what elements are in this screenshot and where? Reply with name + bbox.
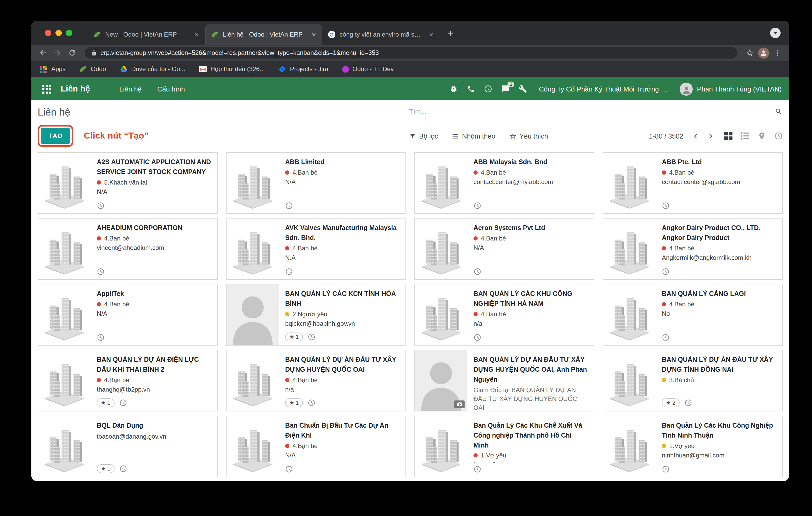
contact-card[interactable]: ABB Limited 4.Bạn bè N/A bbox=[226, 152, 406, 214]
schedule-activity-icon[interactable] bbox=[285, 202, 293, 210]
contact-info: A2S AUTOMATIC APPLICATION AND SERVICE JO… bbox=[90, 153, 217, 213]
contact-card[interactable]: BAN QUẢN LÝ DỰ ÁN ĐẦU TƯ XÂY DỰNG HUYỆN … bbox=[226, 350, 406, 412]
bookmark-gmail[interactable]: Hộp thư đến (326... bbox=[199, 65, 265, 73]
priority-badge[interactable]: ★ 1 bbox=[97, 464, 115, 473]
contact-card[interactable]: BQL Dân Dụng toasoan@danang.gov.vn ★ 1 bbox=[38, 416, 218, 477]
activity-clock-icon bbox=[774, 132, 783, 140]
contact-card[interactable]: AHEADIUM CORPORATION 4.Bạn bè vincent@ah… bbox=[38, 218, 218, 280]
contact-card[interactable]: ABB Malaysia Sdn. Bnd 4.Bạn bè contact.c… bbox=[414, 152, 594, 214]
contact-card[interactable]: A2S AUTOMATIC APPLICATION AND SERVICE JO… bbox=[38, 152, 218, 214]
contact-card-footer: ★ 1 bbox=[285, 330, 400, 341]
developer-tools-button[interactable] bbox=[519, 85, 527, 93]
close-tab-icon[interactable]: × bbox=[311, 30, 317, 39]
activities-button[interactable] bbox=[484, 85, 492, 93]
contact-card[interactable]: Ban Chuẩn Bị Đầu Tư Các Dự Án Điện Khí 4… bbox=[226, 416, 406, 477]
forward-button[interactable] bbox=[51, 47, 64, 59]
schedule-activity-icon[interactable] bbox=[473, 465, 481, 473]
tab-search-button[interactable] bbox=[770, 28, 781, 38]
contact-card[interactable]: AppliTek 4.Bạn bè N/A bbox=[38, 284, 218, 345]
pager-next-icon[interactable] bbox=[707, 132, 715, 140]
address-bar[interactable]: erp.vietan-group.vn/web#action=526&model… bbox=[85, 47, 737, 59]
contact-card[interactable]: BAN QUẢN LÝ DỰ ÁN ĐẦU TƯ XÂY DỰNG TỈNH Đ… bbox=[603, 350, 783, 412]
schedule-activity-icon[interactable] bbox=[662, 202, 670, 210]
contact-card[interactable]: BAN QUẢN LÝ CẢNG LAGI 4.Bạn bè No bbox=[603, 284, 783, 345]
contact-card[interactable]: ABB Pte. Ltd 4.Bạn bè contact.center@sg.… bbox=[603, 152, 783, 214]
activity-view-button[interactable] bbox=[774, 132, 783, 140]
contact-role: Giám Đốc tại BAN QUẢN LÝ DỰ ÁN ĐẦU TƯ XÂ… bbox=[473, 386, 588, 413]
schedule-activity-icon[interactable] bbox=[308, 399, 316, 407]
close-tab-icon[interactable]: × bbox=[194, 30, 200, 39]
create-button[interactable]: TẠO bbox=[41, 128, 70, 144]
contact-card[interactable]: AVK Valves Manufacturing Malaysia Sdn. B… bbox=[226, 218, 406, 280]
contact-card-footer bbox=[473, 199, 588, 210]
new-tab-button[interactable]: + bbox=[443, 26, 458, 42]
menu-cau-hinh[interactable]: Cấu hình bbox=[157, 85, 185, 93]
browser-tab-lien-he[interactable]: Liên hệ - Odoo | VietAn ERP × bbox=[205, 24, 322, 45]
schedule-activity-icon[interactable] bbox=[662, 334, 670, 341]
contact-card[interactable]: Angkor Dairy Product CO., LTD. Angkor Da… bbox=[603, 218, 783, 280]
contact-card[interactable]: BAN QUẢN LÝ CÁC KCN TỈNH HÒA BÌNH 2.Ngườ… bbox=[226, 284, 406, 345]
schedule-activity-icon[interactable] bbox=[308, 333, 316, 341]
schedule-activity-icon[interactable] bbox=[119, 399, 127, 407]
macos-zoom-button[interactable] bbox=[66, 30, 72, 36]
user-menu[interactable]: Phan Thanh Tùng (VIETAN) bbox=[679, 82, 782, 95]
contact-card[interactable]: BAN QUẢN LÝ CÁC KHU CÔNG NGHIỆP TỈNH HÀ … bbox=[414, 284, 594, 345]
contact-card[interactable]: Aeron Systems Pvt Ltd 4.Bạn bè N/A bbox=[414, 218, 594, 280]
bookmark-star-icon[interactable] bbox=[744, 47, 756, 59]
company-switcher[interactable]: Công Ty Cổ Phần Kỹ Thuật Môi Trường Vi..… bbox=[539, 85, 671, 93]
schedule-activity-icon[interactable] bbox=[473, 334, 481, 341]
map-view-button[interactable] bbox=[758, 132, 766, 140]
schedule-activity-icon[interactable] bbox=[662, 268, 670, 275]
list-icon bbox=[741, 132, 749, 140]
phone-button[interactable] bbox=[467, 85, 475, 93]
bookmark-odoo[interactable]: Odoo bbox=[79, 65, 106, 73]
search-bar[interactable] bbox=[409, 108, 783, 118]
priority-badge[interactable]: ★ 1 bbox=[285, 333, 303, 341]
schedule-activity-icon[interactable] bbox=[684, 399, 692, 407]
messages-button[interactable]: 1 bbox=[501, 85, 510, 93]
refresh-button[interactable] bbox=[66, 47, 79, 59]
list-view-button[interactable] bbox=[741, 132, 749, 140]
close-tab-icon[interactable]: × bbox=[428, 30, 434, 39]
search-icon[interactable] bbox=[775, 108, 783, 116]
macos-minimize-button[interactable] bbox=[55, 30, 62, 36]
bookmark-odoo-tt-dev[interactable]: Odoo - TT Dev bbox=[342, 65, 394, 73]
schedule-activity-icon[interactable] bbox=[473, 202, 481, 210]
contact-name: BAN QUẢN LÝ CÁC KCN TỈNH HÒA BÌNH bbox=[285, 289, 400, 309]
schedule-activity-icon[interactable] bbox=[662, 465, 670, 473]
schedule-activity-icon[interactable] bbox=[97, 268, 105, 275]
schedule-activity-icon[interactable] bbox=[119, 465, 127, 473]
bookmark-drive[interactable]: Drive của tôi - Go... bbox=[120, 65, 185, 73]
browser-tab-search[interactable]: G công ty việt an enviro mã số th × bbox=[322, 24, 439, 45]
priority-badge[interactable]: ★ 1 bbox=[285, 398, 303, 407]
search-input[interactable] bbox=[409, 108, 775, 116]
contact-card[interactable]: BAN QUẢN LÝ DỰ ÁN ĐẦU TƯ XÂY DỰNG HUYỆN … bbox=[414, 350, 594, 412]
bookmark-apps[interactable]: Apps bbox=[40, 65, 66, 73]
schedule-activity-icon[interactable] bbox=[97, 334, 105, 341]
browser-profile-avatar[interactable] bbox=[758, 47, 769, 58]
contact-card[interactable]: Ban Quản Lý Các Khu Chế Xuất Và Công ngh… bbox=[414, 416, 594, 477]
contact-card[interactable]: BAN QUẢN LÝ DỰ ÁN ĐIỆN LỰC DẦU KHÍ THÁI … bbox=[38, 350, 218, 412]
schedule-activity-icon[interactable] bbox=[97, 202, 105, 210]
schedule-activity-icon[interactable] bbox=[285, 465, 293, 473]
contact-card-footer bbox=[662, 463, 777, 473]
priority-badge[interactable]: ★ 2 bbox=[662, 398, 679, 407]
macos-close-button[interactable] bbox=[45, 30, 51, 36]
favorites-button[interactable]: Yêu thích bbox=[509, 132, 548, 140]
kanban-view-button[interactable] bbox=[724, 132, 732, 140]
apps-menu-button[interactable] bbox=[39, 81, 54, 97]
groupby-button[interactable]: Nhóm theo bbox=[452, 132, 495, 140]
menu-lien-he[interactable]: Liên hệ bbox=[119, 85, 142, 93]
filters-button[interactable]: Bộ lọc bbox=[409, 132, 438, 140]
debug-bug-button[interactable] bbox=[450, 85, 458, 93]
contact-card[interactable]: Ban Quản Lý Các Khu Công Nghiệp Tỉnh Nin… bbox=[603, 416, 783, 477]
pager-previous-icon[interactable] bbox=[692, 132, 699, 140]
schedule-activity-icon[interactable] bbox=[473, 268, 481, 275]
tag-dot-icon bbox=[97, 378, 101, 382]
priority-badge[interactable]: ★ 1 bbox=[97, 398, 115, 407]
browser-tab-new-odoo[interactable]: New - Odoo | VietAn ERP × bbox=[88, 24, 205, 45]
browser-menu-button[interactable] bbox=[771, 47, 784, 59]
bookmark-jira[interactable]: Projects - Jira bbox=[278, 65, 328, 73]
back-button[interactable] bbox=[37, 47, 49, 59]
schedule-activity-icon[interactable] bbox=[285, 268, 293, 275]
